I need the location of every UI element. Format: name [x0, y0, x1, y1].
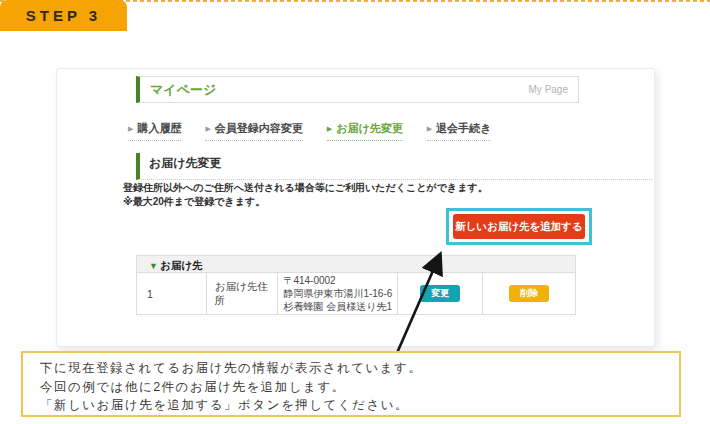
nav-arrow-icon: ▶: [205, 125, 210, 132]
account-nav: ▶購入履歴 ▶会員登録内容変更 ▶お届け先変更 ▶退会手続き: [128, 121, 491, 141]
nav-item-member-info[interactable]: ▶会員登録内容変更: [205, 121, 302, 141]
nav-arrow-icon: ▶: [128, 125, 133, 132]
nav-item-label: 会員登録内容変更: [215, 122, 303, 134]
address-table: ▼お届け先 1 お届け先住所 〒414-0002 静岡県伊東市湯川1-16-6 …: [136, 255, 576, 315]
table-header: ▼お届け先: [136, 255, 576, 273]
step-badge-label: STEP 3: [26, 7, 101, 24]
add-address-button-label: 新しいお届け先を追加する: [455, 220, 583, 232]
row-address-cell: 〒414-0002 静岡県伊東市湯川1-16-6 杉養蜂園 会員様送り先1: [278, 273, 397, 314]
address-postal: 〒414-0002: [283, 274, 335, 287]
address-line2: 杉養蜂園 会員様送り先1: [283, 300, 392, 313]
delete-button[interactable]: 削除: [509, 285, 549, 302]
page-header: マイページ My Page: [136, 76, 579, 103]
nav-item-label: 購入履歴: [137, 122, 181, 134]
nav-arrow-icon: ▶: [427, 125, 432, 132]
button-arrow-icon: ▶: [518, 248, 523, 255]
collapse-icon: ▼: [149, 261, 158, 271]
table-header-label: お届け先: [160, 259, 203, 271]
instruction-line: 下に現在登録されてるお届け先の情報が表示されています。: [40, 359, 679, 378]
tutorial-highlight-border: 新しいお届け先を追加する▶: [446, 208, 592, 245]
instruction-callout: 下に現在登録されてるお届け先の情報が表示されています。 今回の例では他に2件のお…: [21, 351, 681, 417]
nav-item-label: お届け先変更: [336, 122, 403, 134]
nav-item-unsubscribe[interactable]: ▶退会手続き: [427, 121, 492, 141]
page-title-en: My Page: [529, 77, 568, 102]
row-delete-cell: 削除: [483, 273, 575, 314]
address-line1: 静岡県伊東市湯川1-16-6: [283, 287, 392, 300]
step-badge: STEP 3: [0, 0, 127, 31]
tutorial-screenshot: STEP 3 マイページ My Page ▶購入履歴 ▶会員登録内容変更 ▶お届…: [0, 0, 710, 424]
instruction-line: 今回の例では他に2件のお届け先を追加します。: [40, 378, 679, 397]
nav-arrow-icon: ▶: [327, 125, 332, 132]
row-type-cell: お届け先住所: [207, 273, 279, 314]
mypage-panel: マイページ My Page ▶購入履歴 ▶会員登録内容変更 ▶お届け先変更 ▶退…: [56, 68, 655, 347]
page-title: マイページ: [140, 77, 578, 102]
add-address-button[interactable]: 新しいお届け先を追加する▶: [453, 214, 585, 239]
nav-item-delivery-address[interactable]: ▶お届け先変更: [327, 121, 403, 141]
annotation-arrow: [385, 243, 455, 358]
nav-item-label: 退会手続き: [436, 122, 491, 134]
description-note: ※最大20件まで登録できます。: [123, 195, 603, 209]
instruction-line: 「新しいお届け先を追加する」ボタンを押してください。: [40, 396, 679, 415]
table-row: 1 お届け先住所 〒414-0002 静岡県伊東市湯川1-16-6 杉養蜂園 会…: [136, 273, 576, 315]
description-line: 登録住所以外へのご住所へ送付される場合等にご利用いただくことができます。: [123, 181, 603, 195]
nav-item-purchase-history[interactable]: ▶購入履歴: [128, 121, 181, 141]
row-number-cell: 1: [137, 273, 207, 314]
section-title: お届け先変更: [136, 153, 652, 180]
section-description: 登録住所以外へのご住所へ送付される場合等にご利用いただくことができます。 ※最大…: [123, 181, 603, 209]
